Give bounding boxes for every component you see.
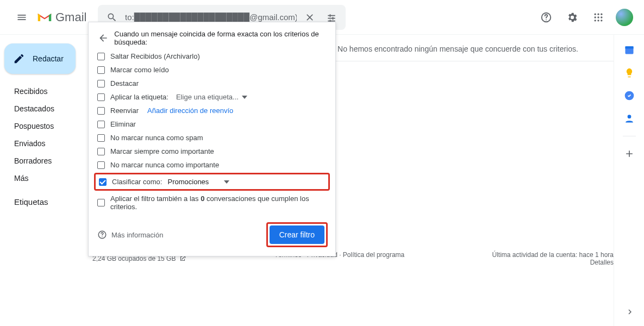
caret-down-icon (224, 179, 229, 185)
apply-existing-count: 0 (201, 195, 204, 203)
checkbox-never-important[interactable] (97, 161, 105, 169)
checkbox-delete[interactable] (97, 121, 105, 128)
label-never-important: No marcar nunca como importante (110, 161, 219, 169)
apps-grid-icon (593, 12, 604, 23)
nav-label: Borradores (14, 156, 52, 165)
nav-label: Destacados (14, 104, 54, 113)
category-value: Promociones (167, 178, 209, 186)
close-icon (304, 12, 315, 23)
keep-icon (624, 67, 635, 78)
account-avatar[interactable] (616, 9, 633, 26)
side-panel (614, 35, 644, 326)
label-mark-read: Marcar como leído (110, 66, 169, 74)
nav-label: Enviados (14, 139, 46, 148)
checkbox-skip-inbox[interactable] (97, 53, 105, 60)
person-icon (624, 113, 635, 124)
label-not-spam: No marcar nunca como spam (110, 134, 203, 142)
labels-header-text: Etiquetas (14, 197, 48, 206)
dot-sep: · (339, 251, 341, 259)
help-icon (540, 11, 552, 23)
activity-text: Última actividad de la cuenta: hace 1 ho… (492, 251, 614, 259)
get-addons[interactable] (624, 148, 635, 159)
label-apply-label: Aplicar la etiqueta: (110, 93, 168, 101)
search-input[interactable] (123, 12, 299, 22)
nav-label: Pospuestos (14, 122, 54, 130)
svg-point-9 (595, 20, 596, 21)
svg-point-4 (597, 13, 599, 15)
label-star: Destacar (110, 79, 139, 87)
apply-existing-text-a: Aplicar el filtro también a las (110, 195, 199, 203)
create-filter-panel: Cuando un mensaje coincida de forma exac… (88, 22, 336, 256)
pencil-icon (13, 53, 25, 65)
svg-point-10 (597, 20, 599, 21)
tune-icon (326, 12, 337, 23)
more-info-text: Más información (111, 231, 163, 239)
details-link[interactable]: Detalles (590, 259, 614, 266)
gmail-logo-text: Gmail (55, 10, 86, 24)
header-actions (535, 7, 635, 28)
create-filter-highlight: Crear filtro (266, 222, 328, 247)
svg-point-17 (627, 115, 631, 118)
checkbox-star[interactable] (97, 80, 105, 87)
svg-point-7 (597, 16, 599, 18)
label-skip-inbox: Saltar Recibidos (Archivarlo) (110, 52, 200, 60)
compose-button[interactable]: Redactar (4, 43, 76, 74)
settings-button[interactable] (561, 7, 583, 28)
footer-activity: Última actividad de la cuenta: hace 1 ho… (492, 251, 614, 266)
checkbox-apply-label[interactable] (97, 93, 105, 101)
help-circle-icon (97, 230, 107, 240)
calendar-icon (624, 45, 635, 55)
tasks-addon[interactable] (624, 90, 635, 101)
categorize-row-highlight: Clasificar como: Promociones (94, 173, 330, 191)
choose-label-text: Elige una etiqueta... (176, 93, 239, 101)
checkbox-categorize[interactable] (99, 178, 107, 186)
label-forward: Reenviar (110, 106, 139, 115)
checkbox-mark-read[interactable] (97, 66, 105, 74)
svg-point-6 (595, 16, 596, 18)
arrow-left-icon (98, 33, 109, 43)
calendar-addon[interactable] (624, 45, 635, 55)
svg-point-5 (601, 13, 602, 15)
chevron-right-icon (625, 307, 635, 317)
support-button[interactable] (535, 7, 557, 28)
svg-point-11 (601, 20, 602, 21)
choose-label-dropdown[interactable]: Elige una etiqueta... (176, 93, 247, 101)
plus-icon (624, 148, 635, 159)
create-filter-button[interactable]: Crear filtro (270, 225, 324, 244)
tasks-icon (624, 90, 635, 101)
svg-point-2 (546, 19, 547, 20)
nav-label: Más (14, 174, 28, 183)
search-icon (107, 12, 117, 23)
gear-icon (566, 11, 578, 23)
checkbox-apply-existing[interactable] (97, 199, 105, 206)
program-policy-link[interactable]: Política del programa (343, 251, 404, 259)
label-always-important: Marcar siempre como importante (110, 147, 214, 155)
svg-rect-15 (625, 46, 633, 48)
hamburger-icon (16, 12, 27, 23)
keep-addon[interactable] (624, 67, 635, 78)
category-dropdown[interactable]: Promociones (167, 178, 229, 186)
svg-point-8 (601, 16, 602, 18)
checkbox-always-important[interactable] (97, 148, 105, 155)
label-delete: Eliminar (110, 120, 136, 128)
gmail-m-icon (37, 11, 52, 23)
svg-point-13 (102, 236, 103, 237)
add-forwarding-link[interactable]: Añadir dirección de reenvío (147, 106, 233, 115)
filter-panel-title: Cuando un mensaje coincida de forma exac… (114, 30, 327, 46)
main-menu-button[interactable] (9, 4, 35, 30)
label-categorize: Clasificar como: (112, 178, 162, 186)
filter-back-button[interactable] (97, 32, 109, 45)
apps-button[interactable] (587, 7, 609, 28)
compose-label: Redactar (33, 54, 64, 63)
checkbox-not-spam[interactable] (97, 134, 105, 142)
nav-label: Recibidos (14, 87, 47, 96)
checkbox-forward[interactable] (97, 107, 105, 115)
collapse-side-panel[interactable] (621, 303, 639, 321)
label-apply-existing: Aplicar el filtro también a las 0 conver… (110, 195, 327, 211)
caret-down-icon (242, 95, 247, 100)
more-info-link[interactable]: Más información (97, 230, 163, 240)
create-filter-label: Crear filtro (279, 230, 315, 239)
svg-point-3 (595, 13, 596, 15)
contacts-addon[interactable] (624, 113, 635, 124)
